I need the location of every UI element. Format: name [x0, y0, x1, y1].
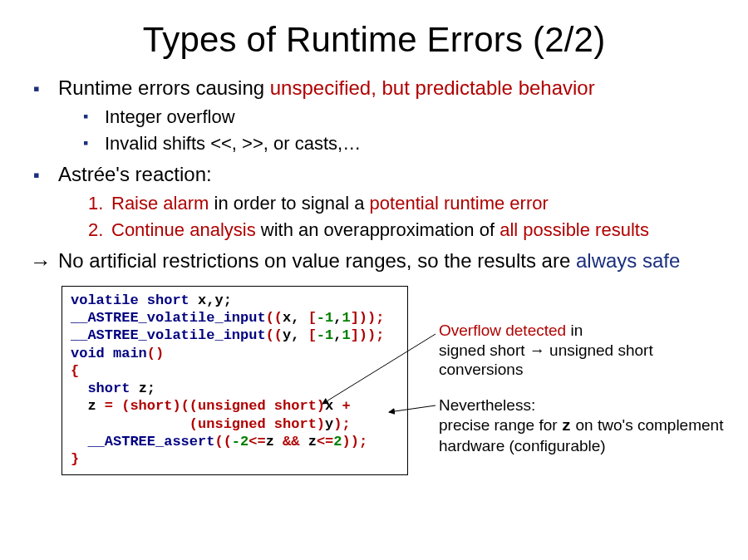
sub-list: Integer overflow Invalid shifts <<, >>, …: [58, 105, 716, 155]
code-token: __ASTREE_assert: [71, 434, 214, 449]
code-token: <=: [317, 434, 333, 449]
text: conversions: [439, 361, 523, 378]
code-token: {: [71, 363, 79, 379]
code-token: short: [71, 381, 139, 396]
code-token: );: [333, 416, 350, 432]
code-token: ,: [333, 327, 342, 343]
code-token: 1: [342, 327, 350, 343]
slide: Types of Runtime Errors (2/2) Runtime er…: [0, 0, 748, 560]
emphasis: unspecified, but predictable behavior: [270, 76, 595, 99]
emphasis: Continue analysis: [111, 219, 261, 240]
code-token: x: [325, 398, 342, 414]
bullet-astree-reaction: Astrée's reaction: Raise alarm in order …: [32, 161, 716, 243]
text: on two's complement: [571, 416, 723, 434]
text: in order to signal a: [209, 193, 369, 214]
text: No artificial restrictions on value rang…: [58, 249, 576, 272]
emphasis: all possible results: [499, 219, 649, 240]
slide-title: Types of Runtime Errors (2/2): [32, 20, 716, 60]
code-token: ,: [333, 310, 342, 326]
text: signed short → unsigned short: [439, 341, 653, 359]
code-token: ]));: [351, 327, 385, 343]
bullet-runtime-errors: Runtime errors causing unspecified, but …: [32, 75, 716, 156]
code-inline: z: [562, 417, 571, 435]
emphasis: Raise alarm: [111, 193, 209, 214]
code-token: (unsigned short): [71, 416, 325, 432]
bullet-list: Runtime errors causing unspecified, but …: [32, 75, 716, 274]
text: with an overapproximation of: [261, 219, 499, 240]
code-token: __ASTREE_volatile_input: [71, 310, 266, 326]
code-token: ((: [266, 310, 283, 326]
code-token: z: [308, 434, 317, 449]
text: hardware (configurable): [439, 437, 606, 454]
bullet-conclusion: No artificial restrictions on value rang…: [32, 248, 716, 274]
code-token: main: [113, 346, 147, 361]
text: in: [570, 322, 583, 339]
text: Nevertheless:: [439, 396, 535, 414]
num-item-2: Continue analysis with an overapproximat…: [111, 218, 716, 243]
code-token: y,: [283, 327, 308, 343]
code-token: x,: [283, 310, 308, 326]
num-item-1: Raise alarm in order to signal a potenti…: [111, 191, 716, 216]
annotation-precise: Nevertheless: precise range for z on two…: [439, 395, 748, 456]
code-token: ));: [342, 434, 367, 449]
code-token: z: [266, 434, 283, 449]
numbered-list: Raise alarm in order to signal a potenti…: [58, 191, 716, 242]
code-token: z;: [139, 381, 155, 396]
code-token: volatile short: [71, 292, 198, 308]
code-token: ((: [266, 327, 283, 343]
code-token: (): [147, 346, 164, 361]
text: precise range for: [439, 416, 562, 434]
annotation-overflow: Overflow detected in signed short → unsi…: [439, 321, 748, 380]
code-token: 1: [342, 310, 350, 326]
code-token: void: [71, 346, 113, 361]
code-token: [: [308, 310, 317, 326]
lower-area: volatile short x,y; __ASTREE_volatile_in…: [32, 286, 716, 502]
code-token: -1: [317, 310, 333, 326]
code-token: ]));: [351, 310, 385, 326]
emphasis: Overflow detected: [439, 322, 570, 339]
code-token: -2: [232, 434, 249, 449]
emphasis: always safe: [576, 249, 680, 272]
code-token: -1: [317, 327, 333, 343]
code-token: __ASTREE_volatile_input: [71, 327, 266, 343]
code-token: ((: [214, 434, 231, 449]
sub-item-shifts: Invalid shifts <<, >>, or casts,…: [58, 131, 716, 156]
code-token: y: [325, 416, 333, 432]
code-token: [: [308, 327, 317, 343]
sub-item-overflow: Integer overflow: [58, 105, 716, 130]
code-token: +: [342, 398, 350, 414]
code-token: x,y;: [198, 292, 232, 308]
code-token: }: [71, 451, 79, 467]
code-token: 2: [333, 434, 342, 449]
code-token: z: [71, 398, 105, 414]
text: Runtime errors causing: [58, 76, 270, 99]
emphasis: potential runtime error: [370, 193, 549, 214]
code-example: volatile short x,y; __ASTREE_volatile_in…: [62, 286, 408, 476]
code-token: <=: [249, 434, 265, 449]
text: Astrée's reaction:: [58, 163, 212, 185]
code-token: = (short)((unsigned short): [105, 398, 325, 414]
code-token: &&: [283, 434, 308, 449]
